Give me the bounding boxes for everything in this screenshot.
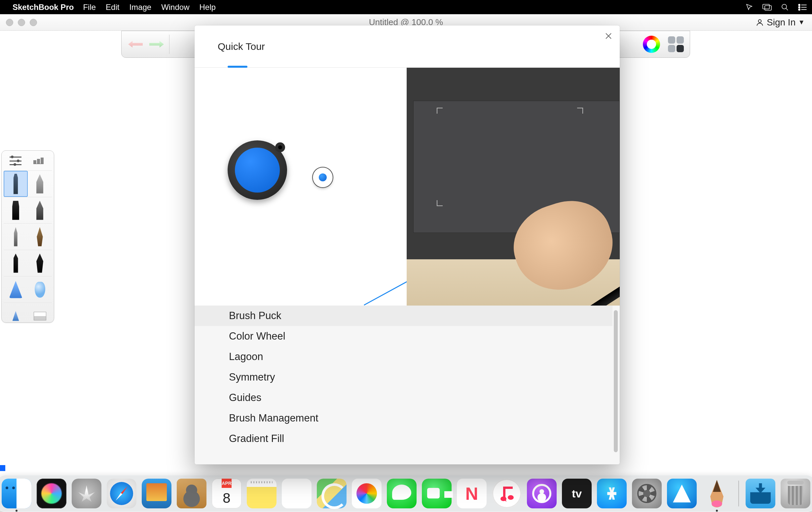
svg-rect-1	[765, 6, 772, 10]
menu-file[interactable]: File	[83, 3, 96, 12]
quick-tour-modal: Quick Tour Brush Pu	[195, 25, 620, 464]
marker-icon	[11, 201, 20, 220]
dock-sketchbook[interactable]	[702, 479, 732, 508]
paint-swatch-icon	[34, 312, 46, 320]
chevron-down-icon: ▼	[798, 19, 805, 26]
brush-soft-airbrush[interactable]	[28, 276, 52, 303]
brush-chisel[interactable]	[28, 197, 52, 223]
menu-image[interactable]: Image	[129, 3, 151, 12]
color-wheel-button[interactable]	[641, 34, 662, 55]
dock-photos[interactable]	[352, 479, 382, 508]
modal-header: Quick Tour	[195, 25, 620, 68]
dock-downloads[interactable]	[746, 479, 775, 508]
brush-library-icon[interactable]	[33, 157, 46, 165]
dock-affinity[interactable]	[667, 479, 697, 508]
dock: APR 8	[0, 475, 812, 512]
tour-item-symmetry[interactable]: Symmetry	[195, 367, 612, 388]
tour-item-color-wheel[interactable]: Color Wheel	[195, 326, 612, 346]
dock-notes[interactable]	[247, 479, 277, 508]
undo-icon	[128, 41, 143, 48]
dock-siri[interactable]	[37, 479, 66, 508]
dock-trash[interactable]	[781, 479, 810, 508]
menu-edit[interactable]: Edit	[106, 3, 119, 12]
window-controls[interactable]	[0, 19, 37, 26]
brush-pencil[interactable]	[4, 170, 28, 197]
undo-button[interactable]	[125, 34, 146, 55]
cursor-status-icon[interactable]	[745, 3, 754, 11]
svg-point-10	[712, 501, 722, 507]
brush-ballpoint[interactable]	[4, 223, 28, 250]
brush-fineliner[interactable]	[4, 250, 28, 276]
dock-news[interactable]	[457, 479, 487, 508]
scrollbar[interactable]	[614, 310, 618, 452]
dock-contacts[interactable]	[177, 479, 206, 508]
brush-marker[interactable]	[4, 197, 28, 223]
user-icon	[755, 18, 764, 27]
svg-point-6	[758, 20, 761, 23]
svg-rect-7	[33, 160, 36, 164]
tour-item-gradient-fill[interactable]: Gradient Fill	[195, 428, 612, 449]
ui-panels-button[interactable]	[665, 34, 687, 55]
spotlight-search-icon[interactable]	[780, 3, 789, 11]
color-wheel-icon	[643, 36, 660, 53]
menu-window[interactable]: Window	[161, 3, 189, 12]
redo-button[interactable]	[146, 34, 167, 55]
hand-with-stylus-graphic	[508, 160, 620, 299]
dock-system-preferences[interactable]	[632, 479, 662, 508]
tour-item-guides[interactable]: Guides	[195, 388, 612, 408]
toolbar-separator	[169, 35, 170, 54]
control-center-icon[interactable]	[798, 3, 807, 11]
close-window-icon[interactable]	[6, 19, 13, 26]
macos-menubar: SketchBook Pro File Edit Image Window He…	[0, 0, 812, 14]
dock-reminders[interactable]	[282, 479, 312, 508]
dock-app-store[interactable]	[597, 479, 627, 508]
tour-item-brush-management[interactable]: Brush Management	[195, 408, 612, 428]
brush-airbrush-cone[interactable]	[4, 276, 28, 303]
tour-item-brush-puck[interactable]: Brush Puck	[195, 306, 612, 326]
brush-brushpen[interactable]	[28, 223, 52, 250]
dock-music[interactable]	[492, 479, 522, 508]
brush-settings-icon[interactable]	[9, 157, 22, 165]
dock-preview[interactable]	[142, 479, 171, 508]
dock-podcasts[interactable]	[527, 479, 557, 508]
brush-technical-pen[interactable]	[28, 170, 52, 197]
dock-calendar[interactable]: APR 8	[212, 479, 241, 508]
minimize-window-icon[interactable]	[18, 19, 25, 26]
sign-in-button[interactable]: Sign In ▼	[755, 17, 805, 28]
chisel-marker-icon	[36, 201, 44, 220]
dock-safari[interactable]	[107, 479, 137, 508]
calendar-day: 8	[223, 488, 230, 508]
brush-palette[interactable]	[1, 150, 54, 323]
svg-rect-9	[40, 158, 44, 164]
app-name[interactable]: SketchBook Pro	[12, 3, 74, 12]
technical-pen-icon	[36, 174, 44, 194]
pencil-icon	[12, 174, 20, 194]
dock-tv[interactable]	[562, 479, 592, 508]
dock-maps[interactable]	[317, 479, 347, 508]
screen-mirroring-icon[interactable]	[762, 3, 772, 11]
close-icon	[605, 32, 612, 40]
brush-ink[interactable]	[28, 250, 52, 276]
dock-facetime[interactable]	[422, 479, 452, 508]
dock-launchpad[interactable]	[72, 479, 102, 508]
zoom-window-icon[interactable]	[30, 19, 37, 26]
hard-cone-icon	[12, 311, 19, 321]
brush-swatch[interactable]	[28, 303, 52, 329]
tour-item-lagoon[interactable]: Lagoon	[195, 346, 612, 367]
redo-icon	[149, 41, 164, 48]
svg-point-4	[799, 6, 800, 8]
dock-separator	[738, 481, 739, 506]
tour-topic-list: Brush Puck Color Wheel Lagoon Symmetry G…	[195, 306, 620, 464]
brush-hard-cone[interactable]	[4, 303, 28, 329]
panels-grid-icon	[668, 36, 684, 52]
menu-help[interactable]: Help	[199, 3, 215, 12]
hero-video-still	[407, 68, 620, 306]
sketchbook-icon	[705, 479, 729, 508]
airbrush-cone-icon	[9, 281, 23, 298]
brush-size-indicator	[313, 168, 333, 187]
close-button[interactable]	[603, 30, 614, 42]
canvas-edge-indicator	[0, 465, 5, 471]
dock-messages[interactable]	[387, 479, 416, 508]
svg-point-3	[799, 4, 800, 6]
dock-finder[interactable]	[2, 479, 31, 508]
